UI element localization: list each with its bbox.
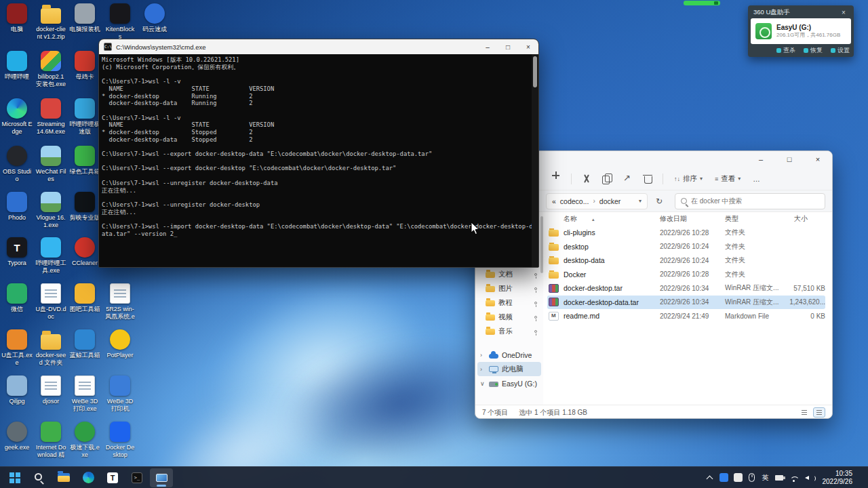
- desktop-icon[interactable]: docker-seed 文件夹: [35, 329, 66, 366]
- sidebar-item-easyu-drive[interactable]: ∨ EasyU (G:): [477, 376, 541, 390]
- restore-button[interactable]: 恢复: [804, 46, 823, 55]
- close-button[interactable]: ×: [804, 151, 832, 167]
- desktop-icon[interactable]: 蓝鲸工具箱: [69, 329, 100, 359]
- Docker[interactable]: Docker 2022/9/26 10:28 文件夹: [547, 268, 825, 282]
- desktop-icon[interactable]: T Typora: [1, 237, 33, 267]
- column-header-name[interactable]: 名称▴: [547, 214, 660, 224]
- cmd-icon[interactable]: >_: [125, 468, 149, 487]
- desktop-icon[interactable]: WeBe 3D打印.exe: [69, 375, 100, 412]
- desktop-icon[interactable]: geek.exe: [1, 422, 33, 451]
- breadcrumb-current[interactable]: docker: [599, 197, 621, 205]
- minimize-button[interactable]: –: [477, 39, 498, 54]
- usb-drive-card[interactable]: EasyU (G:) 206.1G可用，共461.76GB: [751, 18, 851, 44]
- expand-chevron-icon[interactable]: ›: [480, 352, 486, 359]
- desktop-icon[interactable]: 哔哩哔哩极速版: [69, 98, 100, 135]
- sidebar-item-this-pc[interactable]: › 此电脑: [477, 362, 541, 376]
- desktop-icon[interactable]: Internet Download 精简版: [35, 422, 66, 459]
- desktop-icon[interactable]: Vlogue 16.1.exe: [35, 192, 66, 228]
- desktop-icon[interactable]: CCleaner: [69, 237, 100, 267]
- breadcrumb-parent[interactable]: codeco...: [560, 197, 589, 205]
- breadcrumb-collapsed-icon[interactable]: «: [552, 197, 556, 205]
- maximize-button[interactable]: □: [498, 39, 518, 54]
- column-header-date[interactable]: 修改日期: [660, 214, 725, 224]
- desktop-icon[interactable]: 绿色工具箱: [69, 146, 100, 176]
- sidebar-item-music[interactable]: 音乐: [477, 324, 541, 338]
- refresh-button[interactable]: ↻: [652, 194, 667, 209]
- usb-icon[interactable]: [775, 470, 783, 486]
- tray-app-icon-white[interactable]: [734, 470, 743, 486]
- console-output[interactable]: Microsoft Windows [版本 10.0.22621.521](c)…: [99, 54, 532, 267]
- desktop-icon[interactable]: 哔哩哔哩工具.exe: [35, 237, 66, 274]
- chevron-down-icon[interactable]: ▾: [639, 198, 642, 204]
- view-button[interactable]: ≡ 查看 ▾: [710, 171, 745, 187]
- desktop[interactable]: desktop 2022/9/26 10:24 文件夹: [547, 240, 825, 254]
- desktop-icon[interactable]: docker-client v1.2.zip: [35, 3, 66, 40]
- mouse-icon[interactable]: [748, 470, 756, 486]
- tray-clock[interactable]: 10:35 2022/9/26: [820, 470, 856, 485]
- desktop-icon[interactable]: 5R2S win-凤凰系统.exe: [104, 283, 136, 321]
- share-button[interactable]: [618, 171, 636, 187]
- scrollbar-thumb[interactable]: [533, 56, 537, 87]
- desktop-icon[interactable]: OBS Studio: [1, 146, 33, 182]
- sort-button[interactable]: ↑↓ 排序 ▾: [669, 171, 707, 187]
- sidebar-item-pictures[interactable]: 图片: [477, 281, 541, 296]
- more-options-button[interactable]: …: [748, 171, 765, 187]
- cmd-titlebar[interactable]: C:\ C:\Windows\system32\cmd.exe – □ ×: [99, 39, 538, 54]
- desktop-icon[interactable]: 图吧工具箱: [69, 283, 100, 313]
- cut-button[interactable]: [578, 171, 595, 187]
- desktop-icon[interactable]: WeChat Files: [35, 146, 66, 182]
- copy-button[interactable]: [598, 171, 616, 187]
- desktop-icon[interactable]: 电脑: [1, 3, 33, 33]
- minimize-button[interactable]: –: [747, 151, 775, 167]
- desktop-icon[interactable]: WeBe 3D 打印机: [104, 375, 136, 412]
- close-icon[interactable]: ×: [839, 9, 848, 16]
- expand-chevron-icon[interactable]: ∨: [480, 380, 486, 387]
- wifi-icon[interactable]: [789, 470, 800, 486]
- sidebar-item-tutorials[interactable]: 教程: [477, 296, 541, 310]
- typora-icon[interactable]: T: [101, 468, 124, 487]
- readme.md[interactable]: readme.md 2022/9/24 21:49 Markdown File …: [547, 309, 825, 323]
- tray-app-icon-blue[interactable]: [719, 470, 728, 486]
- desktop-icon[interactable]: Docker Desktop: [104, 422, 136, 458]
- start-button[interactable]: [3, 468, 26, 487]
- cli-plugins[interactable]: cli-plugins 2022/9/26 10:28 文件夹: [547, 226, 825, 240]
- desktop-icon[interactable]: bilibop2.1 安装包.exe: [35, 51, 66, 87]
- sidebar-item-onedrive[interactable]: › OneDrive: [477, 348, 541, 362]
- desktop-icon[interactable]: Microsoft Edge: [1, 98, 33, 135]
- active-window-icon[interactable]: [150, 468, 173, 487]
- desktop-icon[interactable]: 剪映专业版: [69, 192, 100, 222]
- desktop-icon[interactable]: PotPlayer: [104, 329, 136, 359]
- desktop-icon[interactable]: Qiljpg: [1, 375, 33, 405]
- desktop-icon[interactable]: 母鸡卡: [69, 51, 100, 81]
- desktop-icon[interactable]: Phodo: [1, 192, 33, 222]
- desktop-data[interactable]: desktop-data 2022/9/26 10:24 文件夹: [547, 253, 825, 268]
- sidebar-item-videos[interactable]: 视频: [477, 310, 541, 324]
- desktop-icon[interactable]: djosor: [35, 375, 66, 405]
- desktop-icon[interactable]: 微信: [1, 283, 33, 313]
- edge-icon[interactable]: [77, 468, 100, 487]
- desktop-icon[interactable]: 极速下载.exe: [69, 422, 100, 458]
- search-button[interactable]: [28, 468, 51, 487]
- breadcrumb[interactable]: « codeco... › docker ▾: [546, 193, 648, 209]
- volume-icon[interactable]: [805, 470, 814, 486]
- details-view-toggle[interactable]: [813, 407, 825, 418]
- desktop-icon[interactable]: 哔哩哔哩: [1, 51, 33, 81]
- docker-desktop.tar[interactable]: docker-desktop.tar 2022/9/26 10:34 WinRA…: [547, 281, 825, 296]
- close-button[interactable]: ×: [518, 39, 538, 54]
- console-scrollbar[interactable]: [532, 54, 538, 267]
- tray-expand-icon[interactable]: [706, 470, 714, 486]
- delete-button[interactable]: [639, 171, 656, 187]
- sidebar-scrollbar[interactable]: [540, 216, 543, 273]
- docker-desktop-data.tar[interactable]: docker-desktop-data.tar 2022/9/26 10:34 …: [547, 296, 825, 310]
- column-header-size[interactable]: 大小: [782, 214, 825, 224]
- desktop-icon[interactable]: U盘工具.exe: [1, 329, 33, 366]
- search-box[interactable]: [675, 193, 825, 209]
- ime-indicator[interactable]: 英: [762, 470, 770, 486]
- scan-button[interactable]: 查杀: [776, 46, 795, 55]
- sidebar-item-documents[interactable]: 文档: [477, 267, 541, 281]
- desktop-icon[interactable]: KitenBlocks: [104, 3, 136, 40]
- desktop-icon[interactable]: Streaming 14.6M.exe: [35, 98, 66, 135]
- new-button[interactable]: [547, 171, 565, 187]
- column-header-type[interactable]: 类型: [725, 214, 782, 224]
- expand-chevron-icon[interactable]: ›: [480, 366, 486, 373]
